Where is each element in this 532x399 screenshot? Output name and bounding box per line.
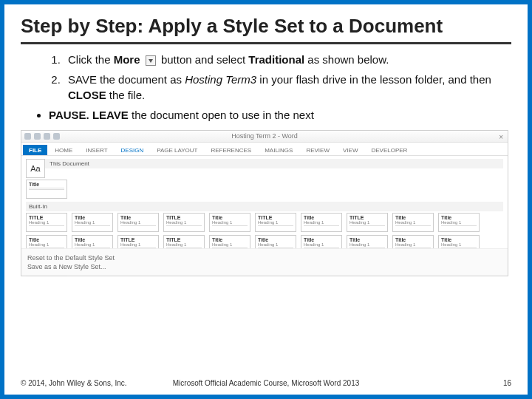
title-underline — [21, 42, 511, 44]
more-dropdown-icon — [146, 55, 156, 66]
style-thumb[interactable]: TitleHeading 1 — [438, 213, 480, 232]
style-thumb[interactable]: TitleHeading 1 — [301, 213, 342, 232]
step2-filename: Hosting Term3 — [185, 73, 256, 86]
step2-close: CLOSE — [68, 89, 106, 101]
tab-home[interactable]: HOME — [49, 145, 78, 155]
pause-bold: PAUSE. LEAVE — [49, 109, 129, 121]
style-thumb[interactable]: TITLEHeading 1 — [26, 213, 67, 232]
tab-file[interactable]: FILE — [23, 145, 47, 155]
style-thumb[interactable]: Title — [26, 180, 67, 199]
body-text: Click the More button and select Traditi… — [21, 52, 511, 123]
qat-icon — [34, 133, 41, 140]
slide: Step by Step: Apply a Style Set to a Doc… — [4, 4, 528, 395]
step2-text-c: the file. — [106, 89, 146, 101]
thumb-title: Title — [29, 182, 64, 187]
tab-references[interactable]: REFERENCES — [205, 145, 258, 155]
step1-text-a: Click the — [68, 53, 114, 66]
section-this-document: This Document — [26, 159, 503, 168]
tab-design[interactable]: DESIGN — [115, 145, 150, 155]
qat-icon — [44, 133, 50, 140]
gallery-row-thisdoc: Aa This Document Title — [26, 159, 503, 199]
style-thumb[interactable]: TitleHeading 1 — [392, 213, 434, 232]
footer-center: Microsoft Official Academic Course, Micr… — [173, 379, 360, 387]
slide-frame: Step by Step: Apply a Style Set to a Doc… — [0, 0, 532, 399]
style-thumb[interactable]: TitleHeading 1 — [72, 213, 113, 232]
style-thumb[interactable]: TITLEHeading 1 — [347, 213, 388, 232]
qat-icon — [24, 133, 31, 140]
step1-text-c: as shown below. — [304, 53, 389, 66]
style-thumb[interactable]: TitleHeading 1 — [117, 213, 159, 232]
qat-icon — [53, 133, 60, 140]
tab-developer[interactable]: DEVELOPER — [365, 145, 413, 155]
step1-text-b: button and select — [161, 53, 248, 66]
footer-left: © 2014, John Wiley & Sons, Inc. — [21, 379, 127, 387]
style-thumb[interactable]: TitleHeading 1 — [209, 213, 250, 232]
slide-title: Step by Step: Apply a Style Set to a Doc… — [21, 15, 511, 38]
window-titlebar: Hosting Term 2 - Word × — [21, 131, 508, 143]
tab-review[interactable]: REVIEW — [300, 145, 335, 155]
themes-button[interactable]: Aa — [26, 159, 45, 178]
footer-page-number: 16 — [503, 379, 511, 387]
numbered-steps: Click the More button and select Traditi… — [64, 52, 511, 103]
gallery-footer-links: Reset to the Default Style Set Save as a… — [21, 248, 508, 276]
pause-rest: the document open to use in the next — [129, 109, 314, 121]
step-1: Click the More button and select Traditi… — [64, 52, 511, 67]
step2-text-b: in your flash drive in the lesson folder… — [256, 73, 491, 86]
style-thumb[interactable]: TITLEHeading 1 — [255, 213, 296, 232]
tab-mailings[interactable]: MAILINGS — [259, 145, 299, 155]
window-title: Hosting Term 2 - Word — [231, 132, 298, 140]
step2-text-a: SAVE the document as — [68, 73, 185, 86]
bullet-list: PAUSE. LEAVE the document open to use in… — [49, 107, 511, 123]
quick-access-toolbar — [24, 133, 60, 140]
word-screenshot: Hosting Term 2 - Word × FILE HOME INSERT… — [21, 130, 508, 276]
tab-view[interactable]: VIEW — [337, 145, 364, 155]
aa-icon: Aa — [30, 164, 40, 173]
reset-style-set[interactable]: Reset to the Default Style Set — [27, 253, 502, 262]
step1-more: More — [114, 53, 140, 66]
tab-insert[interactable]: INSERT — [80, 145, 113, 155]
gallery-row-1: TITLEHeading 1 TitleHeading 1 TitleHeadi… — [26, 213, 503, 232]
style-thumb[interactable]: TITLEHeading 1 — [163, 213, 205, 232]
step-2: SAVE the document as Hosting Term3 in yo… — [64, 72, 511, 103]
pause-bullet: PAUSE. LEAVE the document open to use in… — [49, 107, 511, 123]
slide-footer: © 2014, John Wiley & Sons, Inc. Microsof… — [21, 379, 511, 387]
section-builtin: Built-In — [26, 202, 503, 211]
close-icon: × — [499, 133, 503, 141]
tab-pagelayout[interactable]: PAGE LAYOUT — [151, 145, 203, 155]
step1-traditional: Traditional — [248, 53, 304, 66]
ribbon-tabs: FILE HOME INSERT DESIGN PAGE LAYOUT REFE… — [21, 143, 508, 156]
save-as-new-style-set[interactable]: Save as a New Style Set... — [27, 262, 502, 271]
